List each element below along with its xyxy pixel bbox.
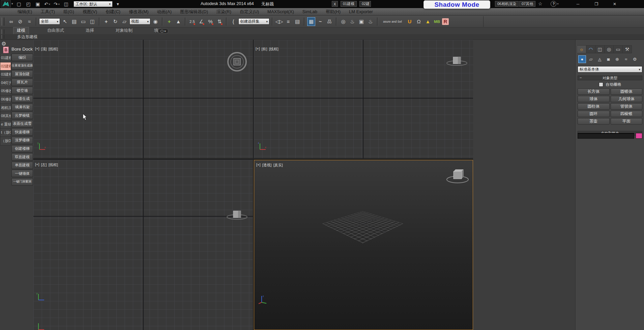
plugin-strip-tab[interactable]: 01建模1 xyxy=(0,54,11,62)
plugin-strip-tab[interactable]: 04灯光 xyxy=(0,79,11,87)
select-and-move-icon[interactable]: + xyxy=(102,17,110,26)
geometry-category-dropdown[interactable]: 标准基本体 ▾ xyxy=(578,66,642,73)
plugin-strip-tab[interactable]: 06修改 xyxy=(0,95,11,104)
layer-manager-icon[interactable]: ▤ xyxy=(293,17,301,26)
scene-object-perspective[interactable] xyxy=(444,167,471,187)
bore-dock-button[interactable]: 创建楼梯 xyxy=(11,145,33,153)
object-type-rollout-header[interactable]: − 对象类型 xyxy=(578,76,642,80)
primitive-button[interactable]: 圆环 xyxy=(578,111,610,117)
primitive-button[interactable]: 茶壶 xyxy=(578,118,610,125)
ribbon-config-button[interactable]: ▾ xyxy=(158,28,169,34)
menu-item[interactable]: 自定义(U) xyxy=(238,9,261,15)
menu-item[interactable]: 视图(V) xyxy=(81,9,99,15)
headphones-icon[interactable]: Ω xyxy=(415,17,423,26)
scene-object-front-view[interactable] xyxy=(445,53,469,70)
create-tab-icon[interactable]: ☼ xyxy=(577,45,586,53)
utilities-tab-icon[interactable]: ⚒ xyxy=(623,45,632,53)
hierarchy-tab-icon[interactable]: ◫ xyxy=(595,45,605,53)
rect-selection-region-icon[interactable]: ▭ xyxy=(79,17,87,26)
named-selection-sets-dropdown[interactable]: 创建选择集 xyxy=(238,18,269,25)
select-and-manipulate-icon[interactable]: + xyxy=(165,17,173,26)
plugin-strip-tab[interactable]: （放D盘 xyxy=(0,137,11,145)
menu-item[interactable]: 组(G) xyxy=(61,9,76,15)
menu-item[interactable]: SimLab xyxy=(300,9,319,14)
reference-coordinate-dropdown[interactable]: 视图 xyxy=(129,18,150,25)
unlink-selection-icon[interactable]: ⊘ xyxy=(16,17,24,26)
ribbon-tab[interactable]: 选择 xyxy=(82,27,97,34)
gear-icon[interactable]: ⚙ xyxy=(1,40,6,47)
bore-dock-button[interactable]: 任意坡顶生成器 xyxy=(11,62,33,70)
bore-dock-button[interactable]: 一键门洞窗洞 xyxy=(11,178,33,186)
viewport-menu-shading[interactable]: [线框] xyxy=(49,162,58,167)
plugin-strip-tab[interactable]: 相机渲染 xyxy=(0,104,11,112)
viewport-perspective[interactable]: z xyxy=(254,160,473,330)
viewport-menu-view[interactable]: [透视] xyxy=(262,163,272,168)
bind-to-space-warp-icon[interactable]: ≈ xyxy=(25,17,33,26)
plugin-strip-tab[interactable]: 08其他 xyxy=(0,112,11,120)
render-setup-icon[interactable]: ♨ xyxy=(348,17,356,26)
app-menu-button[interactable] xyxy=(1,0,11,7)
mini-x-button[interactable]: X xyxy=(332,1,338,7)
warning-icon[interactable]: ▲ xyxy=(424,17,432,26)
favorites-star-icon[interactable]: ☆ xyxy=(538,1,543,6)
title-tab-06-camera-render[interactable]: 06相机渲染 xyxy=(495,1,519,7)
bore-dock-button[interactable]: 快速楼梯 xyxy=(11,128,33,136)
viewport-menu-view[interactable]: [顶] xyxy=(41,47,47,52)
plugin-strip-tab[interactable]: e 重链接 xyxy=(0,120,11,129)
viewport-menu-plus[interactable]: [+] xyxy=(35,47,39,52)
menu-item[interactable]: LM Exporter xyxy=(347,9,375,14)
primitive-button[interactable]: 球体 xyxy=(578,96,610,102)
help-button[interactable]: ? ▾ xyxy=(550,1,560,7)
bore-dock-button[interactable]: 一键墙体 xyxy=(11,170,33,177)
toolbar-overflow-icon[interactable]: ▼ xyxy=(116,2,120,6)
bore-dock-button[interactable]: 摆瓦片 xyxy=(11,79,33,86)
bore-dock-button[interactable]: 单面建模 xyxy=(11,162,33,169)
material-editor-icon[interactable]: ◎ xyxy=(339,17,347,26)
autogrid-checkbox[interactable] xyxy=(599,82,603,87)
scene-object-ring-top-view[interactable] xyxy=(225,50,249,74)
primitive-button[interactable]: 长方体 xyxy=(578,88,610,95)
systems-icon[interactable]: ⚙ xyxy=(631,55,639,63)
menu-item[interactable]: 动画(A) xyxy=(155,9,174,15)
snaps-toggle[interactable]: 2.5 xyxy=(188,17,196,26)
keyboard-override-icon[interactable]: ▲ xyxy=(174,17,182,26)
select-and-link-icon[interactable]: ∞ xyxy=(7,17,15,26)
polygon-modeling-panel[interactable]: 多边形建模 xyxy=(17,34,37,40)
viewport-menu-shading[interactable]: [真实] xyxy=(273,163,283,168)
plugin-strip-tab[interactable]: 02建模2 xyxy=(0,62,11,71)
scene-object-left-view[interactable] xyxy=(225,207,249,224)
use-pivot-center-icon[interactable]: ◉ xyxy=(151,17,159,26)
shapes-icon[interactable]: ▱ xyxy=(587,55,595,63)
save-icon[interactable]: ▣ xyxy=(34,1,41,7)
viewport-menu-plus[interactable]: [+] xyxy=(256,47,260,52)
align-icon[interactable]: ≡ xyxy=(284,17,292,26)
primitive-button[interactable]: 四棱锥 xyxy=(611,111,643,117)
primitive-button[interactable]: 平面 xyxy=(611,118,643,125)
bore-dock-button[interactable]: 屋顶创建 xyxy=(11,70,33,78)
undo-icon[interactable]: ↶ xyxy=(44,1,51,7)
rendered-frame-icon[interactable]: ▣ xyxy=(357,17,365,26)
menu-item[interactable]: 创建(C) xyxy=(104,9,122,15)
plugin-strip-tab[interactable]: 03建模3 xyxy=(0,71,11,79)
lights-icon[interactable]: ◬ xyxy=(596,55,604,63)
helpers-icon[interactable]: ⊕ xyxy=(613,55,621,63)
maximize-button[interactable]: ❐ xyxy=(591,0,602,8)
u-plugin-icon[interactable]: U xyxy=(406,17,414,26)
plugin-strip-tab[interactable]: t（放C盘 xyxy=(0,129,11,137)
bore-dock-button[interactable]: 镂空墙 xyxy=(11,87,33,94)
menu-item[interactable]: 修改器(M) xyxy=(127,9,151,15)
bore-dock-button[interactable]: 编织 xyxy=(11,54,33,61)
title-tab-02-modeling[interactable]: 02建 xyxy=(359,1,371,7)
object-name-input[interactable] xyxy=(578,133,634,139)
viewport-menu-view[interactable]: [左] xyxy=(41,162,47,167)
bore-dock-button[interactable]: 云梦棱镜 xyxy=(11,112,33,119)
ribbon-tab[interactable]: 建模 xyxy=(13,27,29,34)
project-folder-icon[interactable]: ◫ xyxy=(63,1,69,7)
window-crossing-icon[interactable]: ◫ xyxy=(88,17,96,26)
viewport-left[interactable]: y xyxy=(33,160,253,330)
geometry-icon[interactable]: ● xyxy=(578,55,586,63)
modify-tab-icon[interactable]: ◠ xyxy=(586,45,595,53)
menu-item[interactable]: 图形编辑器(D) xyxy=(178,9,210,15)
viewport-menu-shading[interactable]: [线框] xyxy=(49,47,58,52)
bore-dock-button[interactable]: 填满书架 xyxy=(11,104,33,111)
